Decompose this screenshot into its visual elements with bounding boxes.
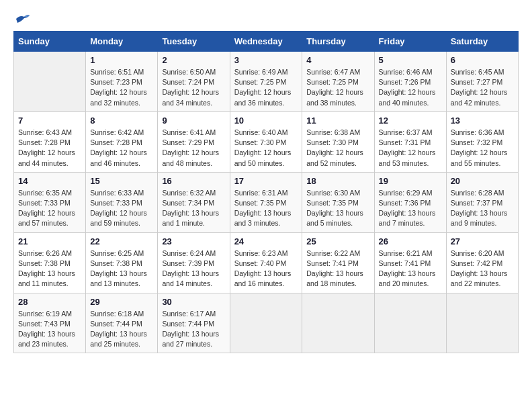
day-number: 27	[451, 236, 514, 246]
day-info: Sunrise: 6:43 AMSunset: 7:28 PMDaylight:…	[18, 128, 81, 169]
day-info: Sunrise: 6:42 AMSunset: 7:28 PMDaylight:…	[90, 128, 153, 169]
header-monday: Monday	[86, 32, 158, 52]
day-info: Sunrise: 6:40 AMSunset: 7:30 PMDaylight:…	[234, 128, 298, 169]
calendar-cell: 23Sunrise: 6:24 AMSunset: 7:39 PMDayligh…	[158, 232, 230, 293]
calendar-cell: 27Sunrise: 6:20 AMSunset: 7:42 PMDayligh…	[446, 232, 518, 293]
calendar-cell: 2Sunrise: 6:50 AMSunset: 7:24 PMDaylight…	[158, 52, 230, 112]
day-info: Sunrise: 6:49 AMSunset: 7:25 PMDaylight:…	[234, 67, 298, 108]
calendar-cell: 1Sunrise: 6:51 AMSunset: 7:23 PMDaylight…	[86, 52, 158, 112]
calendar-cell: 29Sunrise: 6:18 AMSunset: 7:44 PMDayligh…	[86, 293, 158, 353]
day-info: Sunrise: 6:20 AMSunset: 7:42 PMDaylight:…	[451, 248, 514, 289]
day-number: 2	[162, 55, 225, 65]
calendar-week-row: 14Sunrise: 6:35 AMSunset: 7:33 PMDayligh…	[14, 172, 519, 232]
calendar-week-row: 28Sunrise: 6:19 AMSunset: 7:43 PMDayligh…	[14, 293, 519, 353]
calendar-cell: 24Sunrise: 6:23 AMSunset: 7:40 PMDayligh…	[230, 232, 302, 293]
day-number: 19	[379, 176, 442, 186]
day-number: 14	[18, 176, 81, 186]
calendar-cell: 9Sunrise: 6:41 AMSunset: 7:29 PMDaylight…	[158, 111, 230, 172]
calendar-cell: 16Sunrise: 6:32 AMSunset: 7:34 PMDayligh…	[158, 172, 230, 232]
day-number: 17	[234, 176, 298, 186]
day-number: 8	[90, 116, 153, 126]
day-info: Sunrise: 6:51 AMSunset: 7:23 PMDaylight:…	[90, 67, 153, 108]
day-number: 22	[90, 236, 153, 246]
day-number: 9	[162, 116, 225, 126]
day-number: 26	[379, 236, 442, 246]
calendar-cell: 18Sunrise: 6:30 AMSunset: 7:35 PMDayligh…	[302, 172, 374, 232]
day-info: Sunrise: 6:23 AMSunset: 7:40 PMDaylight:…	[234, 248, 298, 289]
day-info: Sunrise: 6:18 AMSunset: 7:44 PMDaylight:…	[90, 309, 153, 350]
day-number: 23	[162, 236, 225, 246]
calendar-cell: 5Sunrise: 6:46 AMSunset: 7:26 PMDaylight…	[374, 52, 446, 112]
calendar-table: SundayMondayTuesdayWednesdayThursdayFrid…	[13, 31, 519, 353]
day-info: Sunrise: 6:32 AMSunset: 7:34 PMDaylight:…	[162, 188, 225, 229]
day-info: Sunrise: 6:47 AMSunset: 7:25 PMDaylight:…	[306, 67, 369, 108]
day-info: Sunrise: 6:17 AMSunset: 7:44 PMDaylight:…	[162, 309, 225, 350]
day-number: 13	[451, 116, 514, 126]
calendar-cell: 3Sunrise: 6:49 AMSunset: 7:25 PMDaylight…	[230, 52, 302, 112]
header-saturday: Saturday	[446, 32, 518, 52]
day-info: Sunrise: 6:30 AMSunset: 7:35 PMDaylight:…	[306, 188, 369, 229]
day-number: 25	[306, 236, 369, 246]
page-header	[13, 13, 519, 24]
calendar-week-row: 1Sunrise: 6:51 AMSunset: 7:23 PMDaylight…	[14, 52, 519, 112]
day-number: 20	[451, 176, 514, 186]
calendar-cell: 20Sunrise: 6:28 AMSunset: 7:37 PMDayligh…	[446, 172, 518, 232]
day-number: 30	[162, 297, 225, 307]
calendar-cell: 15Sunrise: 6:33 AMSunset: 7:33 PMDayligh…	[86, 172, 158, 232]
calendar-cell: 17Sunrise: 6:31 AMSunset: 7:35 PMDayligh…	[230, 172, 302, 232]
day-number: 24	[234, 236, 298, 246]
calendar-cell: 6Sunrise: 6:45 AMSunset: 7:27 PMDaylight…	[446, 52, 518, 112]
day-number: 11	[306, 116, 369, 126]
day-number: 5	[379, 55, 442, 65]
calendar-week-row: 21Sunrise: 6:26 AMSunset: 7:38 PMDayligh…	[14, 232, 519, 293]
day-info: Sunrise: 6:50 AMSunset: 7:24 PMDaylight:…	[162, 67, 225, 108]
logo	[13, 13, 30, 24]
day-number: 10	[234, 116, 298, 126]
calendar-cell: 8Sunrise: 6:42 AMSunset: 7:28 PMDaylight…	[86, 111, 158, 172]
calendar-cell	[14, 52, 86, 112]
day-number: 29	[90, 297, 153, 307]
day-number: 18	[306, 176, 369, 186]
day-number: 6	[451, 55, 514, 65]
calendar-cell	[446, 293, 518, 353]
day-info: Sunrise: 6:46 AMSunset: 7:26 PMDaylight:…	[379, 67, 442, 108]
day-number: 15	[90, 176, 153, 186]
day-info: Sunrise: 6:25 AMSunset: 7:38 PMDaylight:…	[90, 248, 153, 289]
logo-bird-icon	[15, 13, 30, 24]
calendar-cell: 7Sunrise: 6:43 AMSunset: 7:28 PMDaylight…	[14, 111, 86, 172]
day-info: Sunrise: 6:22 AMSunset: 7:41 PMDaylight:…	[306, 248, 369, 289]
calendar-cell: 11Sunrise: 6:38 AMSunset: 7:30 PMDayligh…	[302, 111, 374, 172]
calendar-cell: 30Sunrise: 6:17 AMSunset: 7:44 PMDayligh…	[158, 293, 230, 353]
calendar-cell: 12Sunrise: 6:37 AMSunset: 7:31 PMDayligh…	[374, 111, 446, 172]
calendar-cell: 19Sunrise: 6:29 AMSunset: 7:36 PMDayligh…	[374, 172, 446, 232]
calendar-cell: 4Sunrise: 6:47 AMSunset: 7:25 PMDaylight…	[302, 52, 374, 112]
day-number: 28	[18, 297, 81, 307]
day-number: 3	[234, 55, 298, 65]
header-friday: Friday	[374, 32, 446, 52]
day-info: Sunrise: 6:28 AMSunset: 7:37 PMDaylight:…	[451, 188, 514, 229]
day-number: 21	[18, 236, 81, 246]
day-info: Sunrise: 6:19 AMSunset: 7:43 PMDaylight:…	[18, 309, 81, 350]
day-info: Sunrise: 6:41 AMSunset: 7:29 PMDaylight:…	[162, 128, 225, 169]
day-number: 4	[306, 55, 369, 65]
day-number: 1	[90, 55, 153, 65]
day-info: Sunrise: 6:26 AMSunset: 7:38 PMDaylight:…	[18, 248, 81, 289]
calendar-cell: 22Sunrise: 6:25 AMSunset: 7:38 PMDayligh…	[86, 232, 158, 293]
header-wednesday: Wednesday	[230, 32, 302, 52]
day-info: Sunrise: 6:33 AMSunset: 7:33 PMDaylight:…	[90, 188, 153, 229]
day-info: Sunrise: 6:45 AMSunset: 7:27 PMDaylight:…	[451, 67, 514, 108]
calendar-week-row: 7Sunrise: 6:43 AMSunset: 7:28 PMDaylight…	[14, 111, 519, 172]
day-info: Sunrise: 6:21 AMSunset: 7:41 PMDaylight:…	[379, 248, 442, 289]
calendar-cell: 25Sunrise: 6:22 AMSunset: 7:41 PMDayligh…	[302, 232, 374, 293]
day-info: Sunrise: 6:38 AMSunset: 7:30 PMDaylight:…	[306, 128, 369, 169]
day-number: 12	[379, 116, 442, 126]
calendar-header-row: SundayMondayTuesdayWednesdayThursdayFrid…	[14, 32, 519, 52]
header-thursday: Thursday	[302, 32, 374, 52]
calendar-cell: 21Sunrise: 6:26 AMSunset: 7:38 PMDayligh…	[14, 232, 86, 293]
day-number: 16	[162, 176, 225, 186]
calendar-cell: 10Sunrise: 6:40 AMSunset: 7:30 PMDayligh…	[230, 111, 302, 172]
day-info: Sunrise: 6:35 AMSunset: 7:33 PMDaylight:…	[18, 188, 81, 229]
calendar-cell: 14Sunrise: 6:35 AMSunset: 7:33 PMDayligh…	[14, 172, 86, 232]
calendar-cell: 26Sunrise: 6:21 AMSunset: 7:41 PMDayligh…	[374, 232, 446, 293]
day-info: Sunrise: 6:37 AMSunset: 7:31 PMDaylight:…	[379, 128, 442, 169]
